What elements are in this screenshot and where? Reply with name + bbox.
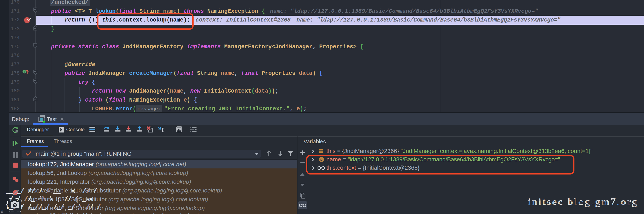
svg-text:I: I <box>24 70 25 73</box>
